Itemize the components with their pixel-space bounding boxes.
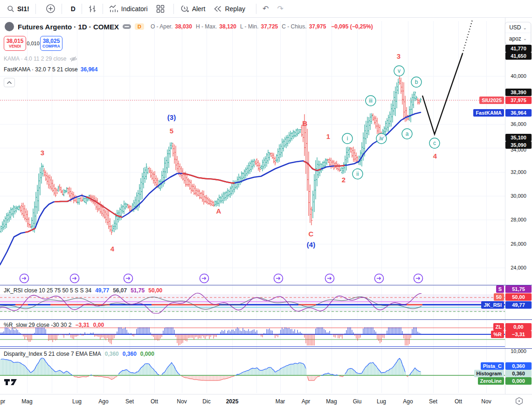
symbol-search-button[interactable]: SI1! bbox=[3, 2, 34, 16]
legend-disparity[interactable]: Disparity_Index 5 21 close 7 EMA EMA 0,3… bbox=[4, 351, 154, 357]
time-axis-label: Lug bbox=[72, 398, 82, 405]
currency-label: USD bbox=[509, 24, 521, 31]
indicators-button[interactable]: Indicatori bbox=[105, 2, 152, 16]
disparity-title: Disparity_Index 5 21 close 7 EMA EMA bbox=[4, 351, 101, 357]
buy-label: COMPRA bbox=[42, 44, 60, 48]
toolbar-divider bbox=[35, 4, 36, 14]
svg-text:v: v bbox=[398, 68, 401, 74]
plus-circle-icon bbox=[46, 4, 55, 14]
ohlc-label: L - Min. bbox=[240, 23, 259, 30]
svg-text:a: a bbox=[406, 131, 409, 137]
eye-off-icon[interactable] bbox=[69, 56, 77, 62]
elliott-wave-label[interactable]: B bbox=[303, 119, 308, 127]
toolbar-divider bbox=[82, 4, 82, 14]
layout-button[interactable] bbox=[152, 2, 169, 16]
timezone-settings-button[interactable] bbox=[515, 397, 524, 406]
elliott-wave-label[interactable]: 5 bbox=[170, 127, 173, 135]
disparity-values: 0,3600,3600,000 bbox=[105, 351, 154, 357]
instrument-header[interactable]: Futures Argento · 1D · COMEX D O - Aper.… bbox=[5, 22, 373, 31]
time-axis-label: Nov bbox=[481, 398, 491, 405]
legend-wr-slow[interactable]: %R_slow 29 close -30 30 2 −3,310,00 bbox=[4, 322, 104, 328]
elliott-wave-label[interactable]: C bbox=[309, 230, 314, 238]
minus-pill-icon[interactable] bbox=[123, 24, 131, 29]
redo-button[interactable]: ↷ bbox=[273, 2, 287, 16]
indicator-value: 0,360 bbox=[123, 351, 137, 357]
time-axis-label: Apr bbox=[302, 398, 311, 405]
indicator-value: 51,75 bbox=[131, 287, 145, 294]
contract-rollover-marker[interactable] bbox=[70, 274, 79, 283]
layout-grid-icon bbox=[156, 5, 165, 13]
buy-button[interactable]: 38,025 COMPRA bbox=[40, 36, 62, 51]
projection-dotted-line[interactable] bbox=[463, 20, 472, 54]
time-axis-label: Set bbox=[125, 398, 134, 405]
ohlc-value: 37,725 bbox=[261, 23, 278, 30]
sell-button[interactable]: 38,015 VENDI bbox=[4, 36, 26, 51]
indicator-value: −3,31 bbox=[75, 322, 89, 328]
collapse-legend-button[interactable] bbox=[4, 78, 15, 87]
svg-text:ii: ii bbox=[356, 171, 359, 177]
contract-rollover-marker[interactable] bbox=[124, 274, 133, 283]
elliott-wave-label[interactable]: (3) bbox=[167, 113, 176, 121]
contract-rollover-marker[interactable] bbox=[274, 274, 283, 283]
unit-selector[interactable]: apoz⌄ bbox=[505, 33, 531, 44]
alert-label: Alert bbox=[192, 5, 206, 13]
legend-jk-rsi[interactable]: JK_RSI close 10 25 75 50 5 S S 34 49,775… bbox=[4, 287, 162, 294]
time-axis-label: Lug bbox=[377, 398, 386, 405]
interval-chip[interactable]: D bbox=[135, 23, 144, 30]
replay-button[interactable]: Replay bbox=[209, 2, 249, 16]
elliott-wave-label[interactable]: 3 bbox=[397, 52, 401, 60]
elliott-wave-circled-label[interactable]: v bbox=[394, 66, 404, 76]
contract-rollover-marker[interactable] bbox=[325, 274, 334, 283]
svg-text:iv: iv bbox=[380, 135, 384, 142]
price-bars bbox=[0, 75, 421, 235]
currency-selector[interactable]: USD⌄ bbox=[505, 22, 531, 33]
elliott-wave-label[interactable]: (4) bbox=[307, 241, 315, 249]
ohlc-label: O - Aper. bbox=[151, 23, 173, 30]
elliott-wave-circled-label[interactable]: iii bbox=[366, 96, 376, 106]
contract-rollover-marker[interactable] bbox=[414, 274, 423, 283]
elliott-wave-label[interactable]: 3 bbox=[41, 149, 44, 157]
alert-button[interactable]: Alert bbox=[176, 2, 210, 16]
elliott-wave-circled-label[interactable]: b bbox=[411, 77, 421, 87]
time-axis-label: Dic bbox=[202, 398, 210, 405]
top-toolbar: SI1! D Indicatori bbox=[0, 0, 532, 18]
wr-slow-values: −3,310,00 bbox=[75, 322, 104, 328]
time-axis-label: Nov bbox=[177, 398, 187, 405]
ohlc-value: 38,030 bbox=[175, 23, 192, 30]
indicator-value: 49,77 bbox=[95, 287, 109, 294]
kama-legend-label: KAMA · 4.0 11 2 29 close bbox=[4, 55, 67, 62]
tradingview-logo[interactable] bbox=[4, 377, 18, 387]
alert-clock-icon bbox=[180, 4, 189, 14]
chart-canvas[interactable]: 34(3)5ABC(4)1234iiiiiiivvabc bbox=[0, 0, 532, 408]
elliott-wave-circled-label[interactable]: c bbox=[429, 138, 440, 148]
elliott-wave-circled-label[interactable]: ii bbox=[352, 169, 363, 179]
contract-rollover-marker[interactable] bbox=[375, 274, 384, 283]
interval-button[interactable]: D bbox=[67, 2, 80, 16]
contract-rollover-marker[interactable] bbox=[200, 274, 209, 283]
elliott-wave-circled-label[interactable]: a bbox=[402, 129, 412, 139]
time-axis-label: Mag bbox=[21, 398, 32, 405]
time-axis-label: Ago bbox=[98, 398, 108, 405]
elliott-wave-label[interactable]: 4 bbox=[433, 152, 437, 160]
time-axis-label: Set bbox=[429, 398, 437, 405]
indicator-value: 50,00 bbox=[148, 287, 162, 294]
toolbar-divider bbox=[103, 4, 103, 14]
ohlc-label: H - Max. bbox=[196, 23, 217, 30]
compare-add-button[interactable] bbox=[41, 2, 60, 16]
elliott-wave-label[interactable]: A bbox=[216, 207, 221, 215]
elliott-wave-circled-label[interactable]: i bbox=[342, 133, 352, 144]
chart-style-button[interactable] bbox=[84, 2, 101, 16]
undo-button[interactable]: ↶ bbox=[258, 2, 273, 16]
legend-kama[interactable]: KAMA · 4.0 11 2 29 close bbox=[4, 55, 77, 62]
time-axis[interactable]: prMagLugAgoSetOttNovDic2025MarAprMagGiuL… bbox=[0, 394, 532, 408]
elliott-wave-label[interactable]: 1 bbox=[326, 132, 330, 140]
indicator-value: 56,07 bbox=[113, 287, 127, 294]
elliott-wave-circled-label[interactable]: iv bbox=[376, 133, 387, 144]
fastkama-legend-value: 36,964 bbox=[81, 66, 98, 73]
elliott-wave-label[interactable]: 2 bbox=[342, 176, 345, 184]
elliott-wave-label[interactable]: 4 bbox=[111, 245, 115, 253]
tradingview-app: 34(3)5ABC(4)1234iiiiiiivvabc SI1! D bbox=[0, 0, 532, 408]
spread-value: 0,010 bbox=[26, 41, 40, 46]
projection-trendline[interactable] bbox=[422, 54, 463, 134]
legend-fastkama[interactable]: FastKAMA · 32.0 7 5 21 close 36,964 bbox=[4, 66, 97, 73]
